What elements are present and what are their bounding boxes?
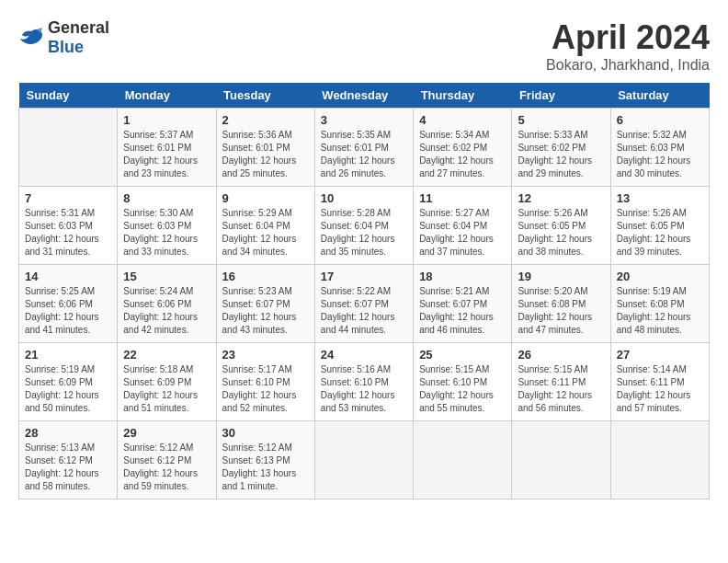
calendar-cell: 30Sunrise: 5:12 AM Sunset: 6:13 PM Dayli… xyxy=(216,421,314,500)
day-number: 26 xyxy=(518,348,604,362)
calendar-cell: 8Sunrise: 5:30 AM Sunset: 6:03 PM Daylig… xyxy=(118,187,216,265)
day-number: 11 xyxy=(419,191,506,205)
day-number: 28 xyxy=(25,426,111,440)
day-info: Sunrise: 5:34 AM Sunset: 6:02 PM Dayligh… xyxy=(419,129,506,180)
day-number: 7 xyxy=(25,191,111,205)
calendar-cell xyxy=(314,421,413,500)
day-info: Sunrise: 5:22 AM Sunset: 6:07 PM Dayligh… xyxy=(321,285,407,337)
calendar-table: SundayMondayTuesdayWednesdayThursdayFrid… xyxy=(18,83,710,500)
day-info: Sunrise: 5:16 AM Sunset: 6:10 PM Dayligh… xyxy=(321,363,407,415)
weekday-header-saturday: Saturday xyxy=(610,83,709,109)
day-info: Sunrise: 5:13 AM Sunset: 6:12 PM Dayligh… xyxy=(25,442,111,493)
day-number: 3 xyxy=(321,113,407,127)
day-number: 9 xyxy=(222,191,309,205)
logo-bird-icon xyxy=(18,28,44,48)
calendar-cell: 13Sunrise: 5:26 AM Sunset: 6:05 PM Dayli… xyxy=(610,187,709,265)
calendar-cell: 28Sunrise: 5:13 AM Sunset: 6:12 PM Dayli… xyxy=(19,421,118,500)
day-number: 18 xyxy=(419,270,506,283)
weekday-header-wednesday: Wednesday xyxy=(314,83,413,109)
calendar-cell: 24Sunrise: 5:16 AM Sunset: 6:10 PM Dayli… xyxy=(314,343,413,421)
day-info: Sunrise: 5:30 AM Sunset: 6:03 PM Dayligh… xyxy=(123,207,210,259)
weekday-header-tuesday: Tuesday xyxy=(216,83,314,109)
calendar-cell xyxy=(414,421,512,500)
day-info: Sunrise: 5:12 AM Sunset: 6:12 PM Dayligh… xyxy=(123,442,210,493)
day-number: 25 xyxy=(419,348,506,362)
weekday-header-friday: Friday xyxy=(512,83,610,109)
day-info: Sunrise: 5:12 AM Sunset: 6:13 PM Dayligh… xyxy=(222,442,309,493)
calendar-cell: 7Sunrise: 5:31 AM Sunset: 6:03 PM Daylig… xyxy=(19,187,118,265)
calendar-cell: 23Sunrise: 5:17 AM Sunset: 6:10 PM Dayli… xyxy=(216,343,314,421)
calendar-cell: 1Sunrise: 5:37 AM Sunset: 6:01 PM Daylig… xyxy=(118,109,216,187)
weekday-header-thursday: Thursday xyxy=(414,83,512,109)
calendar-cell: 26Sunrise: 5:15 AM Sunset: 6:11 PM Dayli… xyxy=(512,343,610,421)
calendar-cell xyxy=(19,109,118,187)
day-number: 21 xyxy=(25,348,111,362)
day-number: 16 xyxy=(222,270,309,283)
day-number: 15 xyxy=(123,270,210,283)
calendar-cell: 14Sunrise: 5:25 AM Sunset: 6:06 PM Dayli… xyxy=(19,265,118,343)
calendar-cell: 9Sunrise: 5:29 AM Sunset: 6:04 PM Daylig… xyxy=(216,187,314,265)
calendar-cell: 19Sunrise: 5:20 AM Sunset: 6:08 PM Dayli… xyxy=(512,265,610,343)
day-number: 22 xyxy=(123,348,210,362)
logo-general: General xyxy=(48,18,109,37)
calendar-cell: 10Sunrise: 5:28 AM Sunset: 6:04 PM Dayli… xyxy=(314,187,413,265)
calendar-cell: 21Sunrise: 5:19 AM Sunset: 6:09 PM Dayli… xyxy=(19,343,118,421)
day-number: 13 xyxy=(617,191,703,205)
day-info: Sunrise: 5:35 AM Sunset: 6:01 PM Dayligh… xyxy=(321,129,407,180)
day-info: Sunrise: 5:32 AM Sunset: 6:03 PM Dayligh… xyxy=(617,129,703,180)
day-info: Sunrise: 5:14 AM Sunset: 6:11 PM Dayligh… xyxy=(617,363,703,415)
day-number: 4 xyxy=(419,113,506,127)
calendar-cell: 12Sunrise: 5:26 AM Sunset: 6:05 PM Dayli… xyxy=(512,187,610,265)
calendar-cell: 17Sunrise: 5:22 AM Sunset: 6:07 PM Dayli… xyxy=(314,265,413,343)
week-row-1: 1Sunrise: 5:37 AM Sunset: 6:01 PM Daylig… xyxy=(19,109,710,187)
day-number: 29 xyxy=(123,426,210,440)
day-info: Sunrise: 5:18 AM Sunset: 6:09 PM Dayligh… xyxy=(123,363,210,415)
day-number: 27 xyxy=(617,348,703,362)
calendar-cell: 6Sunrise: 5:32 AM Sunset: 6:03 PM Daylig… xyxy=(610,109,709,187)
calendar-cell xyxy=(610,421,709,500)
day-info: Sunrise: 5:29 AM Sunset: 6:04 PM Dayligh… xyxy=(222,207,309,259)
day-number: 17 xyxy=(321,270,407,283)
title-area: April 2024 Bokaro, Jharkhand, India xyxy=(546,18,710,74)
weekday-header-row: SundayMondayTuesdayWednesdayThursdayFrid… xyxy=(19,83,710,109)
calendar-cell: 2Sunrise: 5:36 AM Sunset: 6:01 PM Daylig… xyxy=(216,109,314,187)
calendar-cell: 25Sunrise: 5:15 AM Sunset: 6:10 PM Dayli… xyxy=(414,343,512,421)
day-info: Sunrise: 5:24 AM Sunset: 6:06 PM Dayligh… xyxy=(123,285,210,337)
day-number: 23 xyxy=(222,348,309,362)
calendar-cell: 15Sunrise: 5:24 AM Sunset: 6:06 PM Dayli… xyxy=(118,265,216,343)
week-row-4: 21Sunrise: 5:19 AM Sunset: 6:09 PM Dayli… xyxy=(19,343,710,421)
weekday-header-sunday: Sunday xyxy=(19,83,118,109)
calendar-cell: 29Sunrise: 5:12 AM Sunset: 6:12 PM Dayli… xyxy=(118,421,216,500)
day-number: 10 xyxy=(321,191,407,205)
calendar-cell: 11Sunrise: 5:27 AM Sunset: 6:04 PM Dayli… xyxy=(414,187,512,265)
day-info: Sunrise: 5:21 AM Sunset: 6:07 PM Dayligh… xyxy=(419,285,506,337)
location-title: Bokaro, Jharkhand, India xyxy=(546,57,710,74)
calendar-cell: 16Sunrise: 5:23 AM Sunset: 6:07 PM Dayli… xyxy=(216,265,314,343)
calendar-cell: 18Sunrise: 5:21 AM Sunset: 6:07 PM Dayli… xyxy=(414,265,512,343)
day-info: Sunrise: 5:25 AM Sunset: 6:06 PM Dayligh… xyxy=(25,285,111,337)
day-number: 24 xyxy=(321,348,407,362)
day-number: 2 xyxy=(222,113,309,127)
calendar-cell: 4Sunrise: 5:34 AM Sunset: 6:02 PM Daylig… xyxy=(414,109,512,187)
logo: General Blue xyxy=(18,18,109,57)
header: General Blue April 2024 Bokaro, Jharkhan… xyxy=(18,18,710,74)
calendar-cell: 20Sunrise: 5:19 AM Sunset: 6:08 PM Dayli… xyxy=(610,265,709,343)
calendar-cell xyxy=(512,421,610,500)
day-number: 19 xyxy=(518,270,604,283)
day-number: 8 xyxy=(123,191,210,205)
weekday-header-monday: Monday xyxy=(118,83,216,109)
day-info: Sunrise: 5:33 AM Sunset: 6:02 PM Dayligh… xyxy=(518,129,604,180)
day-info: Sunrise: 5:15 AM Sunset: 6:11 PM Dayligh… xyxy=(518,363,604,415)
day-number: 14 xyxy=(25,270,111,283)
logo-blue: Blue xyxy=(48,38,84,56)
day-info: Sunrise: 5:19 AM Sunset: 6:09 PM Dayligh… xyxy=(25,363,111,415)
day-info: Sunrise: 5:17 AM Sunset: 6:10 PM Dayligh… xyxy=(222,363,309,415)
day-number: 20 xyxy=(617,270,703,283)
day-info: Sunrise: 5:36 AM Sunset: 6:01 PM Dayligh… xyxy=(222,129,309,180)
day-number: 6 xyxy=(617,113,703,127)
day-info: Sunrise: 5:26 AM Sunset: 6:05 PM Dayligh… xyxy=(518,207,604,259)
calendar-cell: 22Sunrise: 5:18 AM Sunset: 6:09 PM Dayli… xyxy=(118,343,216,421)
day-info: Sunrise: 5:26 AM Sunset: 6:05 PM Dayligh… xyxy=(617,207,703,259)
day-number: 5 xyxy=(518,113,604,127)
calendar-cell: 3Sunrise: 5:35 AM Sunset: 6:01 PM Daylig… xyxy=(314,109,413,187)
